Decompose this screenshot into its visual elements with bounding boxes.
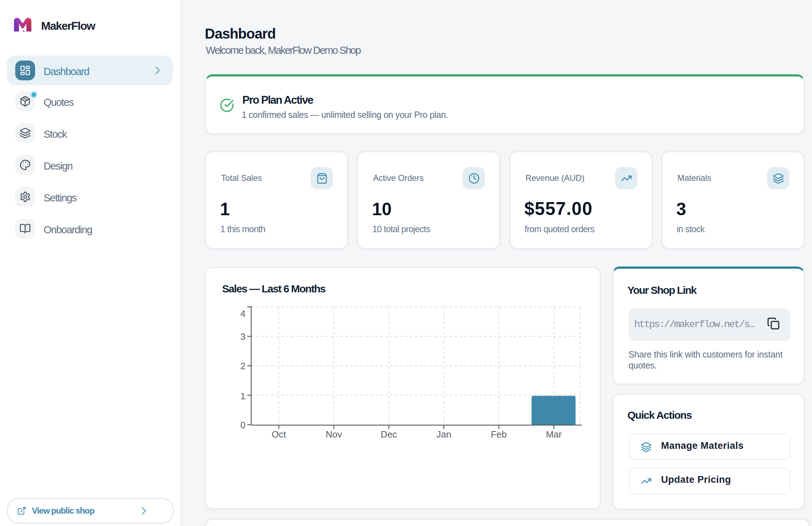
svg-text:Mar: Mar bbox=[546, 429, 562, 440]
svg-text:3: 3 bbox=[241, 331, 246, 342]
svg-text:Oct: Oct bbox=[272, 429, 286, 440]
svg-text:Dec: Dec bbox=[380, 429, 397, 440]
svg-text:2: 2 bbox=[241, 361, 246, 371]
svg-text:Feb: Feb bbox=[491, 429, 507, 440]
svg-text:1: 1 bbox=[241, 391, 246, 401]
svg-text:Nov: Nov bbox=[326, 429, 342, 440]
svg-text:4: 4 bbox=[241, 308, 246, 319]
svg-text:0: 0 bbox=[241, 420, 246, 430]
svg-text:Jan: Jan bbox=[436, 429, 451, 440]
